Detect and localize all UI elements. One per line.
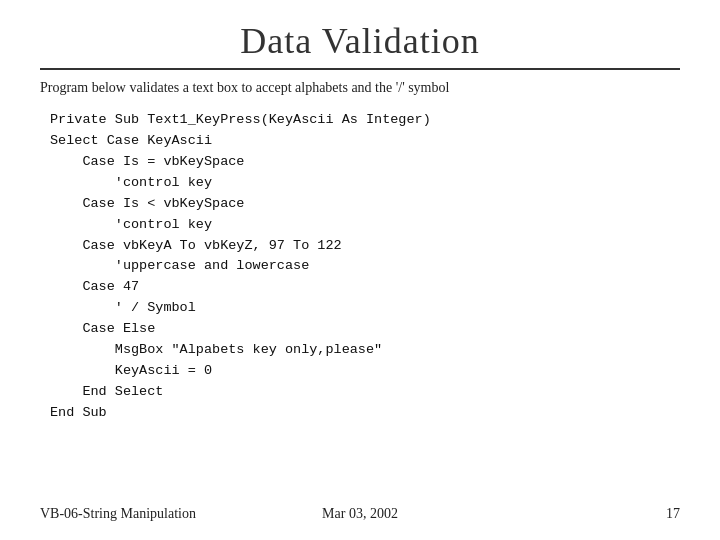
slide-title: Data Validation [40,20,680,62]
code-line-13: KeyAscii = 0 [50,361,680,382]
code-line-8: 'uppercase and lowercase [50,256,680,277]
code-line-10: ' / Symbol [50,298,680,319]
code-line-4: 'control key [50,173,680,194]
title-area: Data Validation [40,20,680,70]
code-line-9: Case 47 [50,277,680,298]
footer-right: 17 [666,506,680,522]
code-line-5: Case Is < vbKeySpace [50,194,680,215]
code-line-12: MsgBox "Alpabets key only,please" [50,340,680,361]
footer: VB-06-String Manipulation Mar 03, 2002 1… [40,506,680,522]
code-line-6: 'control key [50,215,680,236]
code-line-2: Select Case KeyAscii [50,131,680,152]
footer-left: VB-06-String Manipulation [40,506,196,522]
code-line-14: End Select [50,382,680,403]
subtitle-text: Program below validates a text box to ac… [40,80,680,96]
code-line-7: Case vbKeyA To vbKeyZ, 97 To 122 [50,236,680,257]
code-line-11: Case Else [50,319,680,340]
slide-container: Data Validation Program below validates … [0,0,720,540]
code-line-3: Case Is = vbKeySpace [50,152,680,173]
code-block: Private Sub Text1_KeyPress(KeyAscii As I… [50,110,680,424]
code-line-15: End Sub [50,403,680,424]
code-line-1: Private Sub Text1_KeyPress(KeyAscii As I… [50,110,680,131]
footer-center: Mar 03, 2002 [322,506,398,522]
